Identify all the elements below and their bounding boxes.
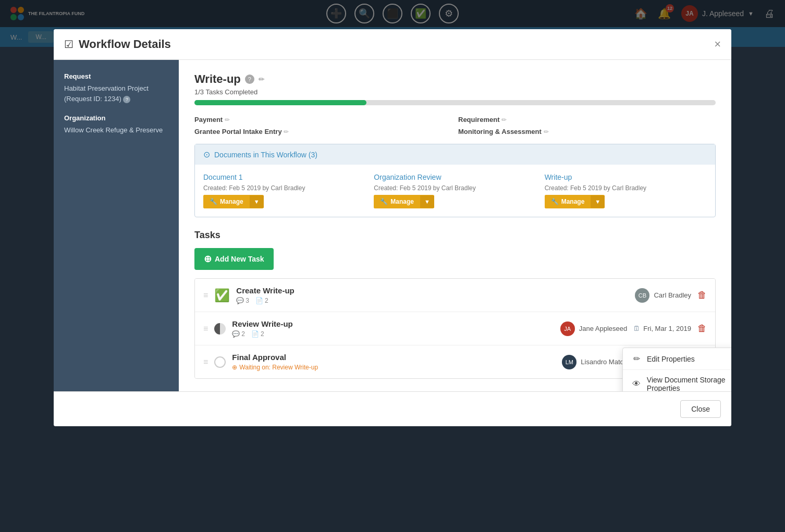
documents-header-text: Documents in This Workflow (3) xyxy=(214,151,317,159)
edit-properties-icon: ✏ xyxy=(631,354,642,364)
tasks-section-title: Tasks xyxy=(194,230,716,241)
task-2-meta: 💬 2 📄 2 xyxy=(232,330,554,338)
file-icon: 📄 xyxy=(255,297,263,304)
documents-section: ⊙ Documents in This Workflow (3) Documen… xyxy=(194,144,716,217)
document-1-link[interactable]: Document 1 xyxy=(203,173,365,181)
task-row-2: ≡ Review Write-up 💬 2 xyxy=(195,312,715,345)
document-3-created: Created: Feb 5 2019 by Carl Bradley xyxy=(545,184,707,192)
task-1-avatar: CB xyxy=(635,288,649,303)
dropdown-view-label: View Document Storage Properties xyxy=(647,376,731,391)
task-2-name: Review Write-up xyxy=(232,319,554,328)
documents-chevron-icon: ⊙ xyxy=(203,150,210,159)
document-item-3: Write-up Created: Feb 5 2019 by Carl Bra… xyxy=(545,173,707,208)
meta-row-2: Grantee Portal Intake Entry ✏ Monitoring… xyxy=(194,128,716,135)
document-2-created: Created: Feb 5 2019 by Carl Bradley xyxy=(374,184,536,192)
meta-row-1: Payment ✏ Requirement ✏ xyxy=(194,116,716,123)
modal-header: ☑ Workflow Details × xyxy=(54,29,731,60)
requirement-field: Requirement ✏ xyxy=(458,116,716,123)
task-2-delete-button[interactable]: 🗑 xyxy=(697,323,707,334)
task-1-comments: 💬 3 xyxy=(236,297,249,304)
payment-field: Payment ✏ xyxy=(194,116,452,123)
task-2-comments: 💬 2 xyxy=(232,330,245,338)
writeup-help-icon[interactable]: ? xyxy=(245,75,254,84)
documents-header[interactable]: ⊙ Documents in This Workflow (3) xyxy=(195,144,715,165)
task-3-name: Final Approval xyxy=(232,353,556,362)
dropdown-view-storage[interactable]: 👁 View Document Storage Properties xyxy=(623,370,731,391)
dropdown-edit-properties[interactable]: ✏ Edit Properties xyxy=(623,348,731,370)
task-1-delete-button[interactable]: 🗑 xyxy=(697,290,707,301)
tasks-completed: 1/3 Tasks Completed xyxy=(194,88,716,96)
wrench-icon: 🔧 xyxy=(210,198,217,205)
organization-label: Organization xyxy=(64,114,168,122)
task-2-info: Review Write-up 💬 2 📄 2 xyxy=(232,319,554,338)
task-2-files: 📄 2 xyxy=(251,330,264,338)
modal-title-icon: ☑ xyxy=(64,38,73,51)
comment-icon: 💬 xyxy=(236,297,244,304)
task-row-1: ≡ ✅ Create Write-up 💬 3 xyxy=(195,279,715,312)
task-2-date-text: Fri, Mar 1, 2019 xyxy=(643,325,691,332)
task-1-meta: 💬 3 📄 2 xyxy=(236,297,629,304)
add-task-button[interactable]: ⊕ Add New Task xyxy=(194,248,274,270)
writeup-edit-icon[interactable]: ✏ xyxy=(259,75,265,83)
progress-bar xyxy=(194,100,716,105)
modal-close-button[interactable]: × xyxy=(714,39,721,50)
requirement-edit-icon[interactable]: ✏ xyxy=(501,116,507,123)
request-help-icon[interactable]: ? xyxy=(123,96,130,103)
task-3-status-icon xyxy=(214,356,226,368)
request-name: Habitat Preservation Project (Request ID… xyxy=(64,83,168,104)
manage-dropdown-menu: ✏ Edit Properties 👁 View Document Storag… xyxy=(622,348,731,391)
document-2-manage-main[interactable]: 🔧 Manage xyxy=(374,195,420,208)
document-item-2: Organization Review Created: Feb 5 2019 … xyxy=(374,173,536,208)
task-1-files: 📄 2 xyxy=(255,297,268,304)
wrench-icon-2: 🔧 xyxy=(380,198,388,205)
task-3-waiting: ⊕ Waiting on: Review Write-up xyxy=(232,364,556,371)
task-1-assignee: CB Carl Bradley xyxy=(635,288,691,303)
document-1-created: Created: Feb 5 2019 by Carl Bradley xyxy=(203,184,365,192)
task-3-assignee-name: Lisandro Matos xyxy=(581,358,627,366)
grantee-edit-icon[interactable]: ✏ xyxy=(284,128,289,135)
document-3-manage-main[interactable]: 🔧 Manage xyxy=(545,195,591,208)
organization-name: Willow Creek Refuge & Preserve xyxy=(64,125,168,135)
task-3-assignee: LM Lisandro Matos xyxy=(562,355,627,369)
request-label: Request xyxy=(64,72,168,80)
task-1-name: Create Write-up xyxy=(236,286,629,295)
file-icon-2: 📄 xyxy=(251,330,259,338)
document-3-link[interactable]: Write-up xyxy=(545,173,707,181)
main-content: Write-up ? ✏ 1/3 Tasks Completed Payment… xyxy=(179,60,731,391)
comment-icon-2: 💬 xyxy=(232,330,240,338)
task-2-avatar: JA xyxy=(560,321,575,336)
drag-handle-3[interactable]: ≡ xyxy=(203,357,208,367)
document-3-manage-dropdown[interactable]: ▼ xyxy=(591,195,605,208)
document-1-manage-main[interactable]: 🔧 Manage xyxy=(203,195,250,208)
document-2-manage-btn[interactable]: 🔧 Manage ▼ xyxy=(374,195,434,208)
document-2-manage-dropdown[interactable]: ▼ xyxy=(420,195,434,208)
drag-handle-1[interactable]: ≡ xyxy=(203,291,208,300)
task-1-assignee-name: Carl Bradley xyxy=(654,291,691,299)
workflow-details-modal: ☑ Workflow Details × Request Habitat Pre… xyxy=(54,29,731,426)
footer-close-button[interactable]: Close xyxy=(680,400,721,418)
modal-body: Request Habitat Preservation Project (Re… xyxy=(54,60,731,391)
view-storage-icon: 👁 xyxy=(631,379,642,389)
documents-grid: Document 1 Created: Feb 5 2019 by Carl B… xyxy=(195,165,715,217)
document-2-link[interactable]: Organization Review xyxy=(374,173,536,181)
monitoring-field: Monitoring & Assessment ✏ xyxy=(458,128,716,135)
document-item-1: Document 1 Created: Feb 5 2019 by Carl B… xyxy=(203,173,365,208)
task-3-info: Final Approval ⊕ Waiting on: Review Writ… xyxy=(232,353,556,371)
document-1-manage-dropdown[interactable]: ▼ xyxy=(250,195,264,208)
writeup-title: Write-up xyxy=(194,72,241,86)
grantee-field: Grantee Portal Intake Entry ✏ xyxy=(194,128,452,135)
payment-edit-icon[interactable]: ✏ xyxy=(225,116,230,123)
modal-footer: Close xyxy=(54,391,731,426)
monitoring-edit-icon[interactable]: ✏ xyxy=(544,128,549,135)
add-task-label: Add New Task xyxy=(215,255,264,263)
modal-sidebar: Request Habitat Preservation Project (Re… xyxy=(54,60,179,391)
modal-overlay: ☑ Workflow Details × Request Habitat Pre… xyxy=(0,0,785,532)
document-3-manage-btn[interactable]: 🔧 Manage ▼ xyxy=(545,195,605,208)
calendar-icon-2: 🗓 xyxy=(633,325,640,332)
waiting-icon: ⊕ xyxy=(232,364,237,371)
modal-title: Workflow Details xyxy=(79,38,171,51)
task-2-assignee: JA Jane Appleseed xyxy=(560,321,628,336)
task-2-assignee-name: Jane Appleseed xyxy=(579,325,628,332)
drag-handle-2[interactable]: ≡ xyxy=(203,324,208,333)
document-1-manage-btn[interactable]: 🔧 Manage ▼ xyxy=(203,195,264,208)
